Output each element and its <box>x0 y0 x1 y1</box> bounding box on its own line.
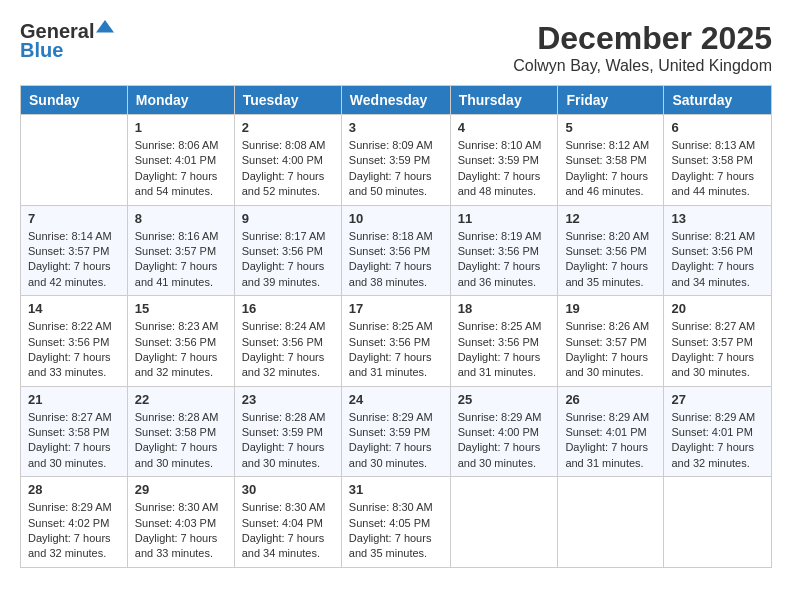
week-row-2: 7 Sunrise: 8:14 AMSunset: 3:57 PMDayligh… <box>21 205 772 296</box>
cell-date: 20 <box>671 301 764 316</box>
location: Colwyn Bay, Wales, United Kingdom <box>513 57 772 75</box>
cell-info: Sunrise: 8:30 AMSunset: 4:03 PMDaylight:… <box>135 501 219 559</box>
cell-info: Sunrise: 8:20 AMSunset: 3:56 PMDaylight:… <box>565 230 649 288</box>
title-area: December 2025 Colwyn Bay, Wales, United … <box>513 20 772 75</box>
cell-info: Sunrise: 8:14 AMSunset: 3:57 PMDaylight:… <box>28 230 112 288</box>
day-header-friday: Friday <box>558 86 664 115</box>
cell-info: Sunrise: 8:28 AMSunset: 3:59 PMDaylight:… <box>242 411 326 469</box>
cell-info: Sunrise: 8:30 AMSunset: 4:05 PMDaylight:… <box>349 501 433 559</box>
cell-date: 21 <box>28 392 120 407</box>
cell-info: Sunrise: 8:29 AMSunset: 3:59 PMDaylight:… <box>349 411 433 469</box>
cell-info: Sunrise: 8:25 AMSunset: 3:56 PMDaylight:… <box>349 320 433 378</box>
calendar-cell: 12 Sunrise: 8:20 AMSunset: 3:56 PMDaylig… <box>558 205 664 296</box>
week-row-3: 14 Sunrise: 8:22 AMSunset: 3:56 PMDaylig… <box>21 296 772 387</box>
cell-date: 13 <box>671 211 764 226</box>
cell-date: 4 <box>458 120 551 135</box>
cell-info: Sunrise: 8:23 AMSunset: 3:56 PMDaylight:… <box>135 320 219 378</box>
cell-info: Sunrise: 8:28 AMSunset: 3:58 PMDaylight:… <box>135 411 219 469</box>
cell-info: Sunrise: 8:18 AMSunset: 3:56 PMDaylight:… <box>349 230 433 288</box>
calendar-cell: 9 Sunrise: 8:17 AMSunset: 3:56 PMDayligh… <box>234 205 341 296</box>
day-header-saturday: Saturday <box>664 86 772 115</box>
cell-info: Sunrise: 8:08 AMSunset: 4:00 PMDaylight:… <box>242 139 326 197</box>
cell-info: Sunrise: 8:16 AMSunset: 3:57 PMDaylight:… <box>135 230 219 288</box>
cell-date: 14 <box>28 301 120 316</box>
calendar-cell: 4 Sunrise: 8:10 AMSunset: 3:59 PMDayligh… <box>450 115 558 206</box>
calendar-cell: 1 Sunrise: 8:06 AMSunset: 4:01 PMDayligh… <box>127 115 234 206</box>
logo-triangle-icon <box>96 20 114 38</box>
svg-marker-0 <box>96 20 114 33</box>
cell-date: 9 <box>242 211 334 226</box>
day-header-thursday: Thursday <box>450 86 558 115</box>
cell-date: 19 <box>565 301 656 316</box>
calendar-cell: 29 Sunrise: 8:30 AMSunset: 4:03 PMDaylig… <box>127 477 234 568</box>
cell-info: Sunrise: 8:26 AMSunset: 3:57 PMDaylight:… <box>565 320 649 378</box>
calendar-cell: 5 Sunrise: 8:12 AMSunset: 3:58 PMDayligh… <box>558 115 664 206</box>
calendar: SundayMondayTuesdayWednesdayThursdayFrid… <box>20 85 772 568</box>
cell-info: Sunrise: 8:19 AMSunset: 3:56 PMDaylight:… <box>458 230 542 288</box>
cell-info: Sunrise: 8:06 AMSunset: 4:01 PMDaylight:… <box>135 139 219 197</box>
cell-info: Sunrise: 8:21 AMSunset: 3:56 PMDaylight:… <box>671 230 755 288</box>
calendar-cell: 19 Sunrise: 8:26 AMSunset: 3:57 PMDaylig… <box>558 296 664 387</box>
cell-date: 2 <box>242 120 334 135</box>
calendar-cell: 27 Sunrise: 8:29 AMSunset: 4:01 PMDaylig… <box>664 386 772 477</box>
week-row-5: 28 Sunrise: 8:29 AMSunset: 4:02 PMDaylig… <box>21 477 772 568</box>
cell-info: Sunrise: 8:09 AMSunset: 3:59 PMDaylight:… <box>349 139 433 197</box>
calendar-cell: 14 Sunrise: 8:22 AMSunset: 3:56 PMDaylig… <box>21 296 128 387</box>
calendar-cell: 25 Sunrise: 8:29 AMSunset: 4:00 PMDaylig… <box>450 386 558 477</box>
day-header-wednesday: Wednesday <box>341 86 450 115</box>
calendar-cell: 18 Sunrise: 8:25 AMSunset: 3:56 PMDaylig… <box>450 296 558 387</box>
cell-date: 17 <box>349 301 443 316</box>
header-row: SundayMondayTuesdayWednesdayThursdayFrid… <box>21 86 772 115</box>
cell-date: 1 <box>135 120 227 135</box>
calendar-cell: 22 Sunrise: 8:28 AMSunset: 3:58 PMDaylig… <box>127 386 234 477</box>
cell-info: Sunrise: 8:29 AMSunset: 4:02 PMDaylight:… <box>28 501 112 559</box>
calendar-cell: 3 Sunrise: 8:09 AMSunset: 3:59 PMDayligh… <box>341 115 450 206</box>
header: General Blue December 2025 Colwyn Bay, W… <box>20 20 772 75</box>
calendar-cell: 17 Sunrise: 8:25 AMSunset: 3:56 PMDaylig… <box>341 296 450 387</box>
cell-date: 31 <box>349 482 443 497</box>
calendar-cell: 2 Sunrise: 8:08 AMSunset: 4:00 PMDayligh… <box>234 115 341 206</box>
month-title: December 2025 <box>513 20 772 57</box>
day-header-sunday: Sunday <box>21 86 128 115</box>
calendar-cell <box>664 477 772 568</box>
calendar-cell: 30 Sunrise: 8:30 AMSunset: 4:04 PMDaylig… <box>234 477 341 568</box>
cell-date: 6 <box>671 120 764 135</box>
calendar-cell: 11 Sunrise: 8:19 AMSunset: 3:56 PMDaylig… <box>450 205 558 296</box>
cell-info: Sunrise: 8:25 AMSunset: 3:56 PMDaylight:… <box>458 320 542 378</box>
cell-date: 3 <box>349 120 443 135</box>
calendar-cell: 7 Sunrise: 8:14 AMSunset: 3:57 PMDayligh… <box>21 205 128 296</box>
cell-info: Sunrise: 8:12 AMSunset: 3:58 PMDaylight:… <box>565 139 649 197</box>
cell-date: 11 <box>458 211 551 226</box>
day-header-tuesday: Tuesday <box>234 86 341 115</box>
calendar-cell: 8 Sunrise: 8:16 AMSunset: 3:57 PMDayligh… <box>127 205 234 296</box>
cell-info: Sunrise: 8:27 AMSunset: 3:57 PMDaylight:… <box>671 320 755 378</box>
cell-date: 27 <box>671 392 764 407</box>
calendar-cell: 21 Sunrise: 8:27 AMSunset: 3:58 PMDaylig… <box>21 386 128 477</box>
cell-info: Sunrise: 8:27 AMSunset: 3:58 PMDaylight:… <box>28 411 112 469</box>
calendar-cell <box>558 477 664 568</box>
cell-info: Sunrise: 8:30 AMSunset: 4:04 PMDaylight:… <box>242 501 326 559</box>
calendar-cell: 6 Sunrise: 8:13 AMSunset: 3:58 PMDayligh… <box>664 115 772 206</box>
week-row-4: 21 Sunrise: 8:27 AMSunset: 3:58 PMDaylig… <box>21 386 772 477</box>
calendar-cell: 26 Sunrise: 8:29 AMSunset: 4:01 PMDaylig… <box>558 386 664 477</box>
calendar-cell: 20 Sunrise: 8:27 AMSunset: 3:57 PMDaylig… <box>664 296 772 387</box>
calendar-cell: 13 Sunrise: 8:21 AMSunset: 3:56 PMDaylig… <box>664 205 772 296</box>
calendar-cell: 31 Sunrise: 8:30 AMSunset: 4:05 PMDaylig… <box>341 477 450 568</box>
week-row-1: 1 Sunrise: 8:06 AMSunset: 4:01 PMDayligh… <box>21 115 772 206</box>
calendar-cell: 23 Sunrise: 8:28 AMSunset: 3:59 PMDaylig… <box>234 386 341 477</box>
cell-date: 5 <box>565 120 656 135</box>
cell-date: 15 <box>135 301 227 316</box>
calendar-cell: 16 Sunrise: 8:24 AMSunset: 3:56 PMDaylig… <box>234 296 341 387</box>
cell-info: Sunrise: 8:29 AMSunset: 4:01 PMDaylight:… <box>565 411 649 469</box>
cell-info: Sunrise: 8:24 AMSunset: 3:56 PMDaylight:… <box>242 320 326 378</box>
cell-date: 23 <box>242 392 334 407</box>
cell-date: 28 <box>28 482 120 497</box>
cell-date: 29 <box>135 482 227 497</box>
cell-date: 10 <box>349 211 443 226</box>
cell-date: 8 <box>135 211 227 226</box>
day-header-monday: Monday <box>127 86 234 115</box>
calendar-cell: 10 Sunrise: 8:18 AMSunset: 3:56 PMDaylig… <box>341 205 450 296</box>
cell-date: 12 <box>565 211 656 226</box>
cell-info: Sunrise: 8:17 AMSunset: 3:56 PMDaylight:… <box>242 230 326 288</box>
logo: General Blue <box>20 20 114 62</box>
